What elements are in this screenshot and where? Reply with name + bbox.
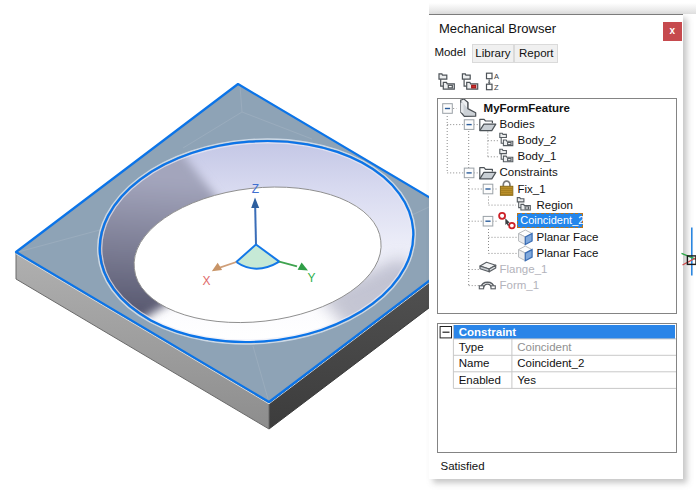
svg-text:Z: Z	[494, 83, 499, 92]
svg-text:Y: Y	[307, 271, 315, 285]
svg-text:A: A	[494, 72, 499, 81]
svg-text:X: X	[202, 274, 210, 288]
svg-text:Z: Z	[252, 182, 259, 196]
